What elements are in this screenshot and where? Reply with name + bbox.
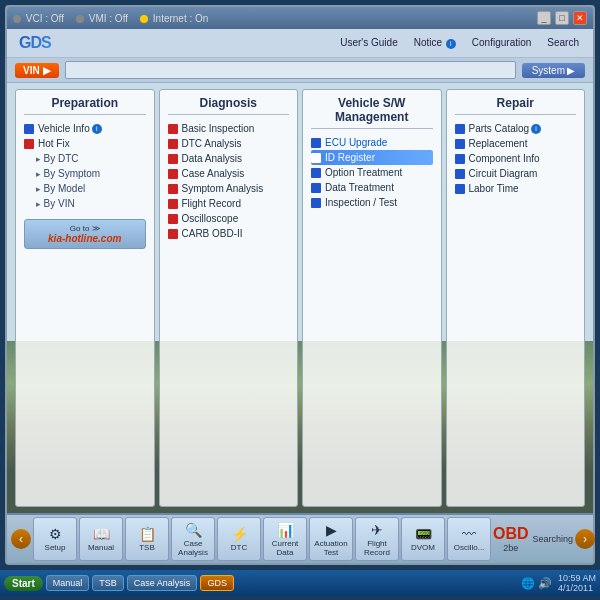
- network-icon: 🌐: [521, 577, 535, 590]
- taskbar-case-analysis[interactable]: 🔍 Case Analysis: [171, 517, 215, 561]
- menu-vehicle-info[interactable]: Vehicle Info i: [24, 121, 146, 136]
- sys-tray-icons: 🌐 🔊: [521, 577, 552, 590]
- taskbar-flight-record[interactable]: ✈ Flight Record: [355, 517, 399, 561]
- menu-component-info[interactable]: Component Info: [455, 151, 577, 166]
- data-treatment-icon: [311, 183, 321, 193]
- menu-ecu-upgrade[interactable]: ECU Upgrade: [311, 135, 433, 150]
- dtc-icon: ⚡: [231, 526, 248, 542]
- taskbar-oscillo[interactable]: 〰 Oscillo...: [447, 517, 491, 561]
- case-analysis-task-icon: 🔍: [185, 522, 202, 538]
- column-repair-header: Repair: [455, 96, 577, 115]
- carb-obd-label: CARB OBD-II: [182, 228, 243, 239]
- menu-oscilloscope[interactable]: Oscilloscope: [168, 211, 290, 226]
- menu-data-analysis[interactable]: Data Analysis: [168, 151, 290, 166]
- system-label: System: [532, 65, 565, 76]
- windows-taskbar: Start Manual TSB Case Analysis GDS 🌐 🔊 1…: [0, 570, 600, 596]
- menu-by-vin[interactable]: By VIN: [24, 196, 146, 211]
- taskbar-right: OBD 2be Searching: [493, 525, 573, 553]
- flight-record-icon: [168, 199, 178, 209]
- component-info-label: Component Info: [469, 153, 540, 164]
- menu-id-register[interactable]: ID Register: [311, 150, 433, 165]
- taskbar-left-arrow[interactable]: ‹: [11, 529, 31, 549]
- win-task-gds[interactable]: GDS: [200, 575, 234, 591]
- setup-label: Setup: [45, 543, 66, 552]
- menu-data-treatment[interactable]: Data Treatment: [311, 180, 433, 195]
- vci-status: VCI : Off: [13, 13, 64, 24]
- labor-time-icon: [455, 184, 465, 194]
- menu-hot-fix[interactable]: Hot Fix: [24, 136, 146, 151]
- close-button[interactable]: ✕: [573, 11, 587, 25]
- search-link[interactable]: Search: [541, 35, 585, 51]
- vmi-status: VMI : Off: [76, 13, 128, 24]
- taskbar-dvom[interactable]: 📟 DVOM: [401, 517, 445, 561]
- menu-inspection-test[interactable]: Inspection / Test: [311, 195, 433, 210]
- taskbar-manual[interactable]: 📖 Manual: [79, 517, 123, 561]
- time-display: 10:59 AM: [558, 573, 596, 583]
- inspection-test-icon: [311, 198, 321, 208]
- menu-case-analysis[interactable]: Case Analysis: [168, 166, 290, 181]
- menu-by-symptom[interactable]: By Symptom: [24, 166, 146, 181]
- taskbar-setup[interactable]: ⚙ Setup: [33, 517, 77, 561]
- start-button[interactable]: Start: [4, 576, 43, 591]
- column-vehicle-sw-header: Vehicle S/W Management: [311, 96, 433, 129]
- win-task-case[interactable]: Case Analysis: [127, 575, 198, 591]
- date-display: 4/1/2011: [558, 583, 596, 593]
- taskbar-current-data[interactable]: 📊 Current Data: [263, 517, 307, 561]
- notice-link[interactable]: Notice i: [408, 35, 462, 51]
- menu-option-treatment[interactable]: Option Treatment: [311, 165, 433, 180]
- menu-replacement[interactable]: Replacement: [455, 136, 577, 151]
- taskbar-right-arrow[interactable]: ›: [575, 529, 595, 549]
- data-analysis-icon: [168, 154, 178, 164]
- win-task-tsb[interactable]: TSB: [92, 575, 124, 591]
- notice-badge: i: [446, 39, 456, 49]
- carb-obd-icon: [168, 229, 178, 239]
- menu-symptom-analysis[interactable]: Symptom Analysis: [168, 181, 290, 196]
- case-analysis-task-label: Case Analysis: [174, 539, 212, 557]
- win-task-manual[interactable]: Manual: [46, 575, 90, 591]
- app-logo: GDS: [15, 32, 55, 54]
- menu-dtc-analysis[interactable]: DTC Analysis: [168, 136, 290, 151]
- dvom-label: DVOM: [411, 543, 435, 552]
- vin-input[interactable]: [65, 61, 516, 79]
- replacement-icon: [455, 139, 465, 149]
- taskbar-dtc[interactable]: ⚡ DTC: [217, 517, 261, 561]
- data-treatment-label: Data Treatment: [325, 182, 394, 193]
- oscilloscope-icon: [168, 214, 178, 224]
- menu-circuit-diagram[interactable]: Circuit Diagram: [455, 166, 577, 181]
- taskbar-tsb[interactable]: 📋 TSB: [125, 517, 169, 561]
- volume-icon: 🔊: [538, 577, 552, 590]
- top-nav: GDS User's Guide Notice i Configuration …: [7, 29, 593, 58]
- menu-by-dtc[interactable]: By DTC: [24, 151, 146, 166]
- maximize-button[interactable]: □: [555, 11, 569, 25]
- menu-carb-obd[interactable]: CARB OBD-II: [168, 226, 290, 241]
- circuit-diagram-label: Circuit Diagram: [469, 168, 538, 179]
- column-diagnosis-header: Diagnosis: [168, 96, 290, 115]
- minimize-button[interactable]: _: [537, 11, 551, 25]
- menu-parts-catalog[interactable]: Parts Catalog i: [455, 121, 577, 136]
- oscillo-icon: 〰: [462, 526, 476, 542]
- menu-flight-record[interactable]: Flight Record: [168, 196, 290, 211]
- system-button[interactable]: System ▶: [522, 63, 585, 78]
- vin-button[interactable]: VIN ▶: [15, 63, 59, 78]
- users-guide-link[interactable]: User's Guide: [334, 35, 404, 51]
- column-vehicle-sw: Vehicle S/W Management ECU Upgrade ID Re…: [302, 89, 442, 507]
- current-data-icon: 📊: [277, 522, 294, 538]
- menu-labor-time[interactable]: Labor Time: [455, 181, 577, 196]
- configuration-link[interactable]: Configuration: [466, 35, 537, 51]
- symptom-analysis-icon: [168, 184, 178, 194]
- status-bar: VCI : Off VMI : Off Internet : On: [13, 13, 208, 24]
- dtc-label: DTC: [231, 543, 247, 552]
- obd-logo: OBD: [493, 525, 529, 543]
- win-taskbar-right: 🌐 🔊 10:59 AM 4/1/2011: [521, 573, 596, 593]
- vin-arrow-icon: ▶: [43, 65, 51, 76]
- hot-fix-icon: [24, 139, 34, 149]
- menu-basic-inspection[interactable]: Basic Inspection: [168, 121, 290, 136]
- nav-links: User's Guide Notice i Configuration Sear…: [334, 35, 585, 51]
- ecu-upgrade-icon: [311, 138, 321, 148]
- component-info-icon: [455, 154, 465, 164]
- flight-record-task-icon: ✈: [371, 522, 383, 538]
- taskbar-actuation-test[interactable]: ▶ Actuation Test: [309, 517, 353, 561]
- basic-inspection-icon: [168, 124, 178, 134]
- menu-by-model[interactable]: By Model: [24, 181, 146, 196]
- dtc-analysis-icon: [168, 139, 178, 149]
